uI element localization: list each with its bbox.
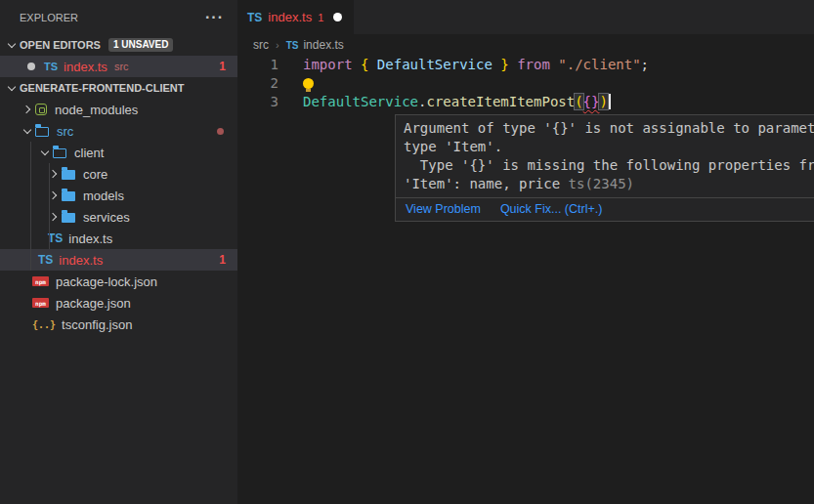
typescript-file-icon: TS — [247, 11, 262, 24]
tree-item-src-index-ts[interactable]: TS index.ts 1 — [0, 249, 237, 271]
typescript-file-icon: TS — [48, 231, 63, 245]
unsaved-dot-icon[interactable] — [333, 13, 342, 21]
vscode-window: EXPLORER ··· OPEN EDITORS 1 UNSAVED TS i… — [0, 0, 814, 504]
code-line-1: 1 import { DefaultService } from "./clie… — [237, 56, 814, 74]
tree-item-label: core — [83, 167, 107, 182]
tree-item-label: services — [83, 210, 130, 225]
tree-item-label: node_modules — [55, 103, 138, 117]
tree-item-client-index-ts[interactable]: TS index.ts — [0, 228, 237, 249]
tree-item-core[interactable]: core — [0, 163, 237, 185]
explorer-header: EXPLORER ··· — [0, 0, 237, 34]
token-identifier: DefaultService — [368, 57, 492, 72]
token-keyword: from — [509, 57, 550, 72]
tree-item-label: package.json — [56, 296, 131, 311]
token-method: createItemItemPost — [426, 94, 575, 109]
line-number: 3 — [237, 93, 278, 111]
workspace-section-header[interactable]: GENERATE-FRONTEND-CLIENT — [0, 77, 237, 99]
error-message-line: Type '{}' is missing the following prope… — [404, 156, 814, 175]
indent-guide — [30, 142, 31, 271]
folder-icon — [62, 191, 75, 201]
chevron-down-icon — [4, 37, 20, 53]
tree-item-label: index.ts — [68, 231, 112, 246]
code-line-2: 2 — [237, 74, 814, 93]
breadcrumb-folder[interactable]: src — [253, 38, 269, 52]
unsaved-badge: 1 UNSAVED — [108, 38, 174, 52]
open-editors-label: OPEN EDITORS — [20, 39, 101, 51]
tree-item-tsconfig-json[interactable]: {..} tsconfig.json — [0, 314, 237, 335]
token-punctuation: ; — [641, 57, 649, 72]
lightbulb-icon[interactable] — [303, 78, 314, 89]
npm-file-icon: npm — [32, 276, 49, 286]
breadcrumb: src › TS index.ts — [237, 34, 814, 56]
folder-open-icon — [53, 148, 66, 158]
error-code: ts(2345) — [569, 176, 634, 191]
node-modules-folder-icon — [35, 104, 47, 115]
chevron-right-icon — [20, 102, 35, 117]
error-message-line: Argument of type '{}' is not assignable … — [404, 119, 814, 138]
breadcrumb-file[interactable]: index.ts — [303, 38, 343, 52]
chevron-down-icon — [4, 80, 20, 96]
code-text — [278, 74, 314, 93]
explorer-title: EXPLORER — [20, 12, 78, 23]
line-number: 1 — [237, 56, 278, 74]
token-paren-matched: ( — [575, 94, 582, 109]
token-string: "./client" — [550, 57, 641, 72]
view-problem-link[interactable]: View Problem — [406, 202, 481, 216]
token-brace: { — [353, 57, 369, 72]
hover-actions-bar: View Problem Quick Fix... (Ctrl+.) — [396, 197, 814, 221]
workspace-label: GENERATE-FRONTEND-CLIENT — [20, 82, 184, 94]
open-editor-filename: index.ts — [64, 60, 107, 74]
tree-item-src[interactable]: src — [0, 120, 237, 142]
tab-error-count: 1 — [318, 12, 323, 23]
code-editor[interactable]: 1 import { DefaultService } from "./clie… — [237, 56, 814, 111]
tree-item-label: package-lock.json — [56, 274, 157, 289]
editor-area: TS index.ts 1 src › TS index.ts 1 import… — [237, 0, 814, 504]
indent-guide — [49, 163, 50, 249]
tree-item-label: client — [74, 146, 104, 160]
error-message-line: 'Item': name, price ts(2345) — [404, 175, 814, 193]
token-paren-matched: ) — [599, 94, 607, 109]
json-config-file-icon: {..} — [32, 319, 56, 330]
tree-item-label: models — [83, 189, 124, 203]
error-dot-badge — [217, 128, 224, 135]
npm-file-icon: npm — [32, 298, 49, 308]
token-class: DefaultService — [303, 94, 418, 109]
code-line-3: 3 DefaultService.createItemItemPost({}) — [237, 93, 814, 111]
tab-index-ts[interactable]: TS index.ts 1 — [237, 0, 354, 34]
explorer-sidebar: EXPLORER ··· OPEN EDITORS 1 UNSAVED TS i… — [0, 0, 237, 504]
code-text: DefaultService.createItemItemPost({}) — [278, 93, 611, 111]
tree-item-package-lock-json[interactable]: npm package-lock.json — [0, 271, 237, 292]
code-text: import { DefaultService } from "./client… — [278, 56, 649, 74]
tree-item-client[interactable]: client — [0, 142, 237, 163]
error-count-badge: 1 — [219, 253, 226, 267]
typescript-file-icon: TS — [44, 61, 58, 72]
quick-fix-link[interactable]: Quick Fix... (Ctrl+.) — [500, 202, 603, 216]
chevron-down-icon — [20, 123, 35, 139]
folder-icon — [62, 170, 75, 180]
token-error-argument: {} — [583, 94, 600, 109]
error-message-line: type 'Item'. — [404, 138, 814, 156]
breadcrumb-separator-icon: › — [276, 39, 279, 51]
tree-item-label: tsconfig.json — [62, 317, 132, 332]
folder-icon — [62, 213, 75, 223]
open-editor-item-index-ts[interactable]: TS index.ts src 1 — [0, 56, 237, 77]
tree-item-node-modules[interactable]: node_modules — [0, 99, 237, 120]
error-hover-popup: Argument of type '{}' is not assignable … — [395, 114, 814, 222]
typescript-file-icon: TS — [38, 253, 53, 267]
line-number: 2 — [237, 74, 278, 93]
tree-item-services[interactable]: services — [0, 206, 237, 228]
typescript-file-icon: TS — [286, 40, 299, 51]
token-brace: } — [493, 57, 509, 72]
open-editors-section-header[interactable]: OPEN EDITORS 1 UNSAVED — [0, 34, 237, 56]
chevron-down-icon — [37, 145, 53, 160]
modified-dot-icon — [27, 63, 35, 70]
error-count-badge: 1 — [219, 60, 226, 73]
tab-filename: index.ts — [268, 10, 312, 24]
tree-item-package-json[interactable]: npm package.json — [0, 292, 237, 314]
tree-item-models[interactable]: models — [0, 185, 237, 206]
more-actions-icon[interactable]: ··· — [205, 13, 224, 22]
error-message: Argument of type '{}' is not assignable … — [396, 115, 814, 197]
text-cursor — [609, 94, 611, 109]
tab-bar: TS index.ts 1 — [237, 0, 814, 34]
tree-item-label: src — [57, 124, 73, 139]
